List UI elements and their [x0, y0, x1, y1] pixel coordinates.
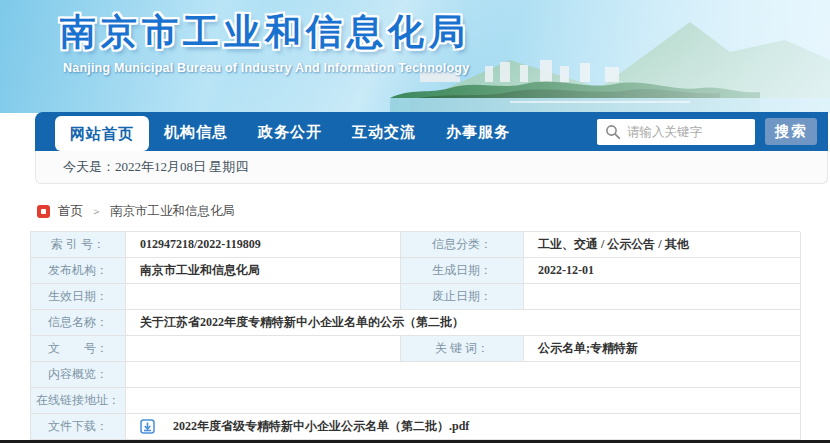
- keywords-value: 公示名单;专精特新: [524, 336, 801, 362]
- index-number-value: 012947218/2022-119809: [126, 232, 401, 258]
- table-row-summary: 内容概览：: [31, 362, 800, 388]
- content-summary-value: [126, 362, 801, 388]
- info-name-value: 关于江苏省2022年度专精特新中小企业名单的公示（第二批）: [126, 310, 801, 336]
- online-link-value: [126, 388, 801, 414]
- tab-home[interactable]: 网站首页: [55, 116, 149, 151]
- keywords-label: 关 键 词：: [401, 336, 524, 362]
- create-date-value: 2022-12-01: [524, 258, 801, 284]
- breadcrumb-current[interactable]: 南京市工业和信息化局: [110, 203, 235, 220]
- index-number-label: 索 引 号：: [31, 232, 126, 258]
- date-bar: 今天是：2022年12月08日 星期四: [35, 151, 828, 184]
- breadcrumb-home-link[interactable]: 首页: [58, 203, 83, 220]
- info-category-label: 信息分类：: [401, 232, 524, 258]
- site-subtitle-english: Nanjing Municipal Bureau of Industry And…: [63, 61, 469, 75]
- content-summary-label: 内容概览：: [31, 362, 126, 388]
- search-area: 搜索: [597, 118, 828, 145]
- file-download-label: 文件下载：: [31, 414, 126, 440]
- effective-date-value: [126, 284, 401, 310]
- create-date-label: 生成日期：: [401, 258, 524, 284]
- document-info-table: 索 引 号： 012947218/2022-119809 信息分类： 工业、交通…: [30, 231, 800, 440]
- search-box: [597, 119, 755, 145]
- breadcrumb: 首页 ＞ 南京市工业和信息化局: [37, 203, 235, 220]
- file-download-cell: 2022年度省级专精特新中小企业公示名单（第二批）.pdf: [126, 414, 801, 440]
- search-icon: [605, 124, 621, 140]
- doc-number-value: [126, 336, 401, 362]
- expiry-date-label: 废止日期：: [401, 284, 524, 310]
- expiry-date-value: [524, 284, 801, 310]
- download-file-link[interactable]: 2022年度省级专精特新中小企业公示名单（第二批）.pdf: [173, 414, 469, 439]
- header-banner: 南京市工业和信息化局 Nanjing Municipal Bureau of I…: [0, 0, 830, 113]
- online-link-label: 在线链接地址：: [31, 388, 126, 414]
- download-icon[interactable]: [140, 419, 155, 434]
- home-marker-icon: [37, 205, 50, 218]
- doc-number-label: 文 号：: [31, 336, 126, 362]
- main-navbar: 网站首页 机构信息 政务公开 互动交流 办事服务 搜索: [35, 112, 828, 151]
- table-row-index: 索 引 号： 012947218/2022-119809 信息分类： 工业、交通…: [31, 232, 800, 258]
- table-row-title: 信息名称： 关于江苏省2022年度专精特新中小企业名单的公示（第二批）: [31, 310, 800, 336]
- tab-services[interactable]: 办事服务: [431, 112, 525, 151]
- table-row-docnum: 文 号： 关 键 词： 公示名单;专精特新: [31, 336, 800, 362]
- site-title: 南京市工业和信息化局: [60, 8, 470, 57]
- info-name-label: 信息名称：: [31, 310, 126, 336]
- tab-interaction[interactable]: 互动交流: [337, 112, 431, 151]
- publisher-label: 发布机构：: [31, 258, 126, 284]
- tab-organization-info[interactable]: 机构信息: [149, 112, 243, 151]
- search-button[interactable]: 搜索: [765, 118, 817, 145]
- today-date-text: 今天是：2022年12月08日 星期四: [63, 159, 248, 174]
- tab-government-affairs[interactable]: 政务公开: [243, 112, 337, 151]
- table-row-online-link: 在线链接地址：: [31, 388, 800, 414]
- publisher-value: 南京市工业和信息化局: [126, 258, 401, 284]
- table-row-download: 文件下载： 2022年度省级专精特新中小企业公示名单（第二批）.pdf: [31, 414, 800, 440]
- table-row-publisher: 发布机构： 南京市工业和信息化局 生成日期： 2022-12-01: [31, 258, 800, 284]
- breadcrumb-separator: ＞: [91, 204, 102, 219]
- effective-date-label: 生效日期：: [31, 284, 126, 310]
- info-category-value: 工业、交通 / 公示公告 / 其他: [524, 232, 801, 258]
- table-row-effective: 生效日期： 废止日期：: [31, 284, 800, 310]
